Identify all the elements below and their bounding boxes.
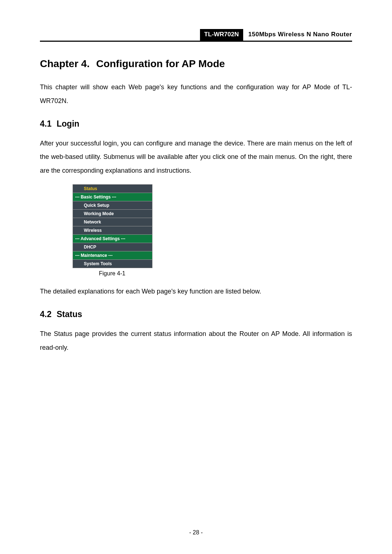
chapter-number: Chapter 4.	[40, 58, 90, 70]
document-page: TL-WR702N 150Mbps Wireless N Nano Router…	[0, 0, 392, 554]
menu-item-working-mode[interactable]: Working Mode	[73, 209, 152, 218]
menu-header-advanced-settings: --- Advanced Settings ---	[73, 234, 152, 243]
section-login-number: 4.1	[40, 119, 52, 129]
sidebar-menu: Status --- Basic Settings --- Quick Setu…	[73, 184, 152, 268]
section-status-title: Status	[57, 309, 82, 319]
model-badge: TL-WR702N	[200, 29, 243, 41]
chapter-title: Configuration for AP Mode	[96, 58, 225, 69]
section-status-number: 4.2	[40, 309, 52, 319]
menu-item-system-tools[interactable]: System Tools	[73, 259, 152, 268]
product-name: 150Mbps Wireless N Nano Router	[243, 29, 352, 41]
section-status-body: The Status page provides the current sta…	[40, 327, 352, 355]
menu-figure: Status --- Basic Settings --- Quick Setu…	[73, 184, 152, 277]
after-figure-text: The detailed explanations for each Web p…	[40, 285, 352, 299]
menu-header-basic-settings: --- Basic Settings ---	[73, 193, 152, 201]
chapter-heading: Chapter 4.Configuration for AP Mode	[40, 58, 352, 70]
menu-item-quick-setup[interactable]: Quick Setup	[73, 201, 152, 209]
figure-caption: Figure 4-1	[73, 270, 152, 277]
menu-header-maintenance: --- Maintenance ---	[73, 251, 152, 259]
menu-item-wireless[interactable]: Wireless	[73, 226, 152, 234]
section-login-title: Login	[57, 119, 79, 128]
section-login-body: After your successful login, you can con…	[40, 137, 352, 178]
section-login-heading: 4.1Login	[40, 119, 352, 129]
chapter-intro: This chapter will show each Web page's k…	[40, 81, 352, 108]
section-status-heading: 4.2Status	[40, 309, 352, 319]
page-number: - 28 -	[0, 529, 392, 536]
menu-item-network[interactable]: Network	[73, 218, 152, 226]
menu-item-dhcp[interactable]: DHCP	[73, 243, 152, 251]
menu-item-status[interactable]: Status	[73, 185, 152, 193]
page-header: TL-WR702N 150Mbps Wireless N Nano Router	[40, 29, 352, 42]
